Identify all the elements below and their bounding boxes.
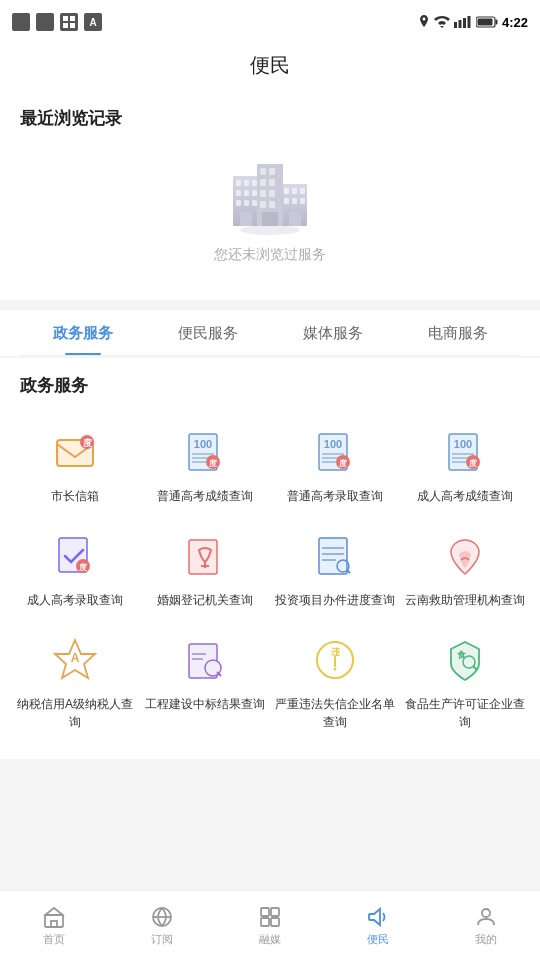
service-invest[interactable]: 投资项目办件进度查询 <box>270 517 400 621</box>
svg-rect-72 <box>319 538 347 574</box>
recent-browse-section: 最近浏览记录 <box>0 91 540 300</box>
nav-subscribe-label: 订阅 <box>151 932 173 947</box>
nav-mine-label: 我的 <box>475 932 497 947</box>
status-left: A <box>12 13 102 31</box>
svg-rect-27 <box>284 198 289 204</box>
service-gaokao-score[interactable]: 100 度 普通高考成绩查询 <box>140 413 270 517</box>
subscribe-icon <box>150 905 174 929</box>
svg-rect-22 <box>240 212 252 226</box>
svg-rect-26 <box>300 188 305 194</box>
building-illustration <box>225 156 315 236</box>
wifi-icon <box>434 16 450 28</box>
svg-rect-0 <box>63 16 68 21</box>
svg-rect-10 <box>477 19 492 26</box>
signal-icon <box>454 16 472 28</box>
nav-citizen[interactable]: 便民 <box>324 905 432 947</box>
service-icon-food: 食 <box>438 633 492 687</box>
service-gaokao-admit[interactable]: 100 度 普通高考录取查询 <box>270 413 400 517</box>
service-icon-build <box>178 633 232 687</box>
svg-rect-35 <box>269 179 275 186</box>
svg-rect-38 <box>260 201 266 208</box>
svg-text:度: 度 <box>78 562 88 572</box>
service-icon-adult-score: 100 度 <box>438 425 492 479</box>
svg-rect-15 <box>252 180 257 186</box>
service-icon-violation: 违 <box>308 633 362 687</box>
nav-home[interactable]: 首页 <box>0 905 108 947</box>
services-title: 政务服务 <box>10 374 530 397</box>
svg-rect-96 <box>261 908 269 916</box>
service-label-invest: 投资项目办件进度查询 <box>275 591 395 609</box>
service-food[interactable]: 食 食品生产许可证企业查询 <box>400 621 530 743</box>
service-label-violation: 严重违法失信企业名单查询 <box>274 695 396 731</box>
tab-zhengwu[interactable]: 政务服务 <box>20 310 145 355</box>
nav-media[interactable]: 融媒 <box>216 905 324 947</box>
svg-rect-18 <box>252 190 257 196</box>
service-tax[interactable]: A 纳税信用A级纳税人查询 <box>10 621 140 743</box>
tab-dianshang[interactable]: 电商服务 <box>395 310 520 355</box>
svg-text:度: 度 <box>338 458 348 468</box>
service-label-adult-gaokao-admit: 成人高考录取查询 <box>27 591 123 609</box>
svg-rect-39 <box>269 201 275 208</box>
service-label-gaokao-score: 普通高考成绩查询 <box>157 487 253 505</box>
svg-rect-40 <box>262 212 278 226</box>
page-title: 便民 <box>250 54 290 76</box>
svg-text:100: 100 <box>324 438 342 450</box>
nav-subscribe[interactable]: 订阅 <box>108 905 216 947</box>
svg-rect-98 <box>261 918 269 926</box>
service-violation[interactable]: 违 严重违法失信企业名单查询 <box>270 621 400 743</box>
service-mayor-mailbox[interactable]: 度 市长信箱 <box>10 413 140 517</box>
service-icon-adult-admit: 度 <box>48 529 102 583</box>
service-marriage[interactable]: 婚姻登记机关查询 <box>140 517 270 621</box>
app-icon-4: A <box>84 13 102 31</box>
svg-rect-69 <box>189 540 217 574</box>
battery-icon <box>476 16 498 28</box>
service-icon-email: 度 <box>48 425 102 479</box>
service-build[interactable]: 工程建设中标结果查询 <box>140 621 270 743</box>
svg-rect-93 <box>51 921 57 927</box>
nav-home-label: 首页 <box>43 932 65 947</box>
grid-icon <box>258 905 282 929</box>
service-icon-tax: A <box>48 633 102 687</box>
svg-text:度: 度 <box>468 458 478 468</box>
service-rescue[interactable]: 云南救助管理机构查询 <box>400 517 530 621</box>
service-icon-score: 100 度 <box>178 425 232 479</box>
service-label-tax: 纳税信用A级纳税人查询 <box>14 695 136 731</box>
svg-point-100 <box>482 909 490 917</box>
svg-rect-29 <box>300 198 305 204</box>
svg-rect-3 <box>70 23 75 28</box>
bottom-navigation: 首页 订阅 融媒 <box>0 890 540 960</box>
service-label-adult-gaokao-score: 成人高考成绩查询 <box>417 487 513 505</box>
recent-empty-state: 您还未浏览过服务 <box>20 146 520 284</box>
svg-rect-30 <box>289 212 301 226</box>
svg-text:度: 度 <box>208 458 218 468</box>
service-label-gaokao-admit: 普通高考录取查询 <box>287 487 383 505</box>
svg-text:100: 100 <box>454 438 472 450</box>
tab-meiti[interactable]: 媒体服务 <box>270 310 395 355</box>
svg-rect-6 <box>463 18 466 28</box>
svg-rect-2 <box>63 23 68 28</box>
tabs-row: 政务服务 便民服务 媒体服务 电商服务 <box>20 310 520 356</box>
service-icon-rescue <box>438 529 492 583</box>
svg-text:度: 度 <box>82 437 93 448</box>
recent-browse-title: 最近浏览记录 <box>20 107 520 130</box>
nav-mine[interactable]: 我的 <box>432 905 540 947</box>
service-adult-gaokao-score[interactable]: 100 度 成人高考成绩查询 <box>400 413 530 517</box>
services-section: 政务服务 度 市长信箱 100 <box>0 358 540 759</box>
svg-rect-17 <box>244 190 249 196</box>
svg-rect-1 <box>70 16 75 21</box>
service-icon-admit: 100 度 <box>308 425 362 479</box>
svg-rect-14 <box>244 180 249 186</box>
app-icon-3 <box>60 13 78 31</box>
services-grid: 度 市长信箱 100 度 普通高考成绩查询 <box>10 413 530 743</box>
svg-text:100: 100 <box>194 438 212 450</box>
speaker-icon <box>366 905 390 929</box>
svg-text:违: 违 <box>331 647 341 657</box>
svg-rect-32 <box>260 168 266 175</box>
service-icon-marriage <box>178 529 232 583</box>
svg-rect-5 <box>458 20 461 28</box>
nav-citizen-label: 便民 <box>367 932 389 947</box>
service-adult-gaokao-admit[interactable]: 度 成人高考录取查询 <box>10 517 140 621</box>
service-label-marriage: 婚姻登记机关查询 <box>157 591 253 609</box>
svg-rect-13 <box>236 180 241 186</box>
tab-bianmin[interactable]: 便民服务 <box>145 310 270 355</box>
